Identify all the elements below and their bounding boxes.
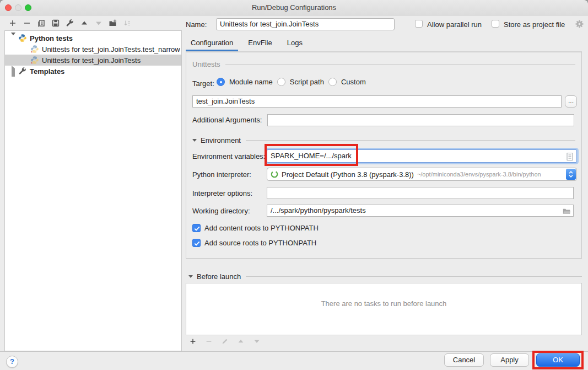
- tree-item-templates[interactable]: Templates: [5, 66, 181, 77]
- target-label: Target:: [192, 79, 214, 88]
- working-directory-label: Working directory:: [192, 207, 250, 215]
- move-up-icon[interactable]: [80, 19, 89, 28]
- source-roots-checkbox[interactable]: [192, 239, 201, 247]
- additional-arguments-label: Additional Arguments:: [192, 116, 262, 124]
- window-title: Run/Debug Configurations: [0, 0, 588, 15]
- configurations-toolbar: [8, 19, 132, 28]
- add-icon[interactable]: [188, 337, 197, 346]
- move-down-icon: [252, 337, 261, 346]
- source-roots-checkbox-row: Add source roots to PYTHONPATH: [192, 239, 316, 247]
- name-input[interactable]: Unittests for test_join.JoinTests: [216, 18, 395, 30]
- working-directory-input[interactable]: /.../spark/python/pyspark/tests: [267, 205, 574, 217]
- tree-item-label: Unittests for test_join.JoinTests.test_n…: [42, 45, 180, 53]
- python-interpreter-label: Python interpreter:: [192, 170, 251, 179]
- add-icon[interactable]: [8, 19, 17, 28]
- ok-button[interactable]: OK: [536, 353, 580, 367]
- tree-item-unittests-test-narrow[interactable]: Unittests for test_join.JoinTests.test_n…: [5, 44, 181, 55]
- collapse-arrow-icon[interactable]: [188, 275, 193, 278]
- tree-item-label: Templates: [30, 67, 64, 76]
- environment-variables-input[interactable]: SPARK_HOME=/.../spark: [267, 149, 577, 163]
- before-launch-label: Before launch: [197, 272, 241, 281]
- copy-icon[interactable]: [37, 19, 46, 28]
- environment-group-label: Environment: [201, 136, 241, 144]
- content-roots-checkbox-row: Add content roots to PYTHONPATH: [192, 224, 319, 232]
- radio-script-path-label: Script path: [290, 78, 324, 86]
- radio-custom-label: Custom: [341, 78, 366, 86]
- python-test-icon: [30, 45, 39, 53]
- tree-item-unittests-jointests-selected[interactable]: Unittests for test_join.JoinTests: [5, 55, 181, 66]
- content-roots-checkbox[interactable]: [192, 224, 201, 232]
- radio-script-path[interactable]: [277, 78, 285, 86]
- environment-group-header[interactable]: Environment: [192, 136, 575, 144]
- tab-envfile[interactable]: EnvFile: [248, 36, 272, 50]
- store-as-project-file-label: Store as project file: [504, 20, 565, 29]
- radio-custom[interactable]: [328, 78, 337, 86]
- python-icon: [18, 34, 27, 42]
- python-interpreter-select[interactable]: Project Default (Python 3.8 (pyspark-3.8…: [267, 168, 577, 181]
- browse-button[interactable]: ...: [565, 95, 577, 108]
- remove-icon: [204, 337, 213, 346]
- environment-variables-label: Environment variables:: [192, 152, 265, 160]
- chevron-down-icon[interactable]: [10, 35, 16, 41]
- sort-alphabetically-icon: [123, 19, 132, 28]
- cancel-button[interactable]: Cancel: [444, 353, 484, 367]
- python-test-icon: [30, 56, 39, 65]
- run-debug-configurations-dialog: Run/Debug Configurations Python tests: [0, 0, 588, 370]
- chevron-right-icon[interactable]: [10, 68, 16, 74]
- before-launch-toolbar: [188, 337, 261, 346]
- tab-configuration[interactable]: Configuration: [191, 36, 233, 50]
- content-roots-label: Add content roots to PYTHONPATH: [204, 224, 319, 232]
- before-launch-header[interactable]: Before launch: [186, 272, 582, 281]
- allow-parallel-run-label: Allow parallel run: [427, 20, 482, 29]
- titlebar: Run/Debug Configurations: [0, 0, 588, 15]
- radio-module-name[interactable]: [217, 78, 225, 86]
- unittests-group-label: Unittests: [192, 60, 220, 68]
- tree-item-label: Python tests: [30, 34, 73, 42]
- radio-module-name-label: Module name: [229, 78, 273, 86]
- tree-item-python-tests[interactable]: Python tests: [5, 33, 181, 44]
- tab-bar: Configuration EnvFile Logs: [191, 36, 303, 50]
- edit-pencil-icon: [220, 337, 229, 346]
- gear-icon[interactable]: [575, 19, 584, 30]
- edit-templates-icon[interactable]: [66, 19, 74, 28]
- store-as-project-file-checkbox[interactable]: [492, 20, 499, 28]
- dropdown-stepper-icon[interactable]: [566, 169, 576, 180]
- browse-variables-icon[interactable]: [566, 152, 574, 165]
- conda-environment-icon: [270, 170, 279, 179]
- target-input[interactable]: test_join.JoinTests: [192, 95, 562, 108]
- move-up-icon: [236, 337, 245, 346]
- additional-arguments-input[interactable]: [267, 114, 574, 126]
- unittests-group-header: Unittests: [192, 60, 575, 68]
- tab-logs[interactable]: Logs: [287, 36, 303, 50]
- before-launch-task-list: There are no tasks to run before launch: [186, 283, 582, 335]
- interpreter-options-input[interactable]: [267, 187, 574, 199]
- new-folder-icon[interactable]: [109, 19, 117, 28]
- move-down-icon: [94, 19, 103, 28]
- interpreter-options-label: Interpreter options:: [192, 189, 252, 197]
- python-interpreter-value: Project Default (Python 3.8 (pyspark-3.8…: [282, 170, 414, 179]
- python-interpreter-path: ~/opt/miniconda3/envs/pyspark-3.8/bin/py…: [417, 171, 541, 178]
- name-label: Name:: [186, 20, 207, 29]
- help-button[interactable]: ?: [6, 356, 18, 368]
- target-radio-group: Module name Script path Custom: [217, 78, 366, 86]
- apply-button[interactable]: Apply: [490, 353, 529, 367]
- folder-icon[interactable]: [562, 207, 571, 217]
- working-directory-value: /.../spark/python/pyspark/tests: [271, 206, 366, 215]
- collapse-arrow-icon[interactable]: [192, 139, 197, 142]
- tree-item-label: Unittests for test_join.JoinTests: [42, 56, 141, 65]
- save-configuration-icon[interactable]: [51, 19, 60, 28]
- before-launch-empty-text: There are no tasks to run before launch: [321, 299, 447, 308]
- configuration-panel: Unittests Target: Module name Script pat…: [186, 52, 582, 259]
- environment-variables-value: SPARK_HOME=/.../spark: [271, 152, 352, 160]
- source-roots-label: Add source roots to PYTHONPATH: [204, 239, 316, 247]
- configurations-tree: Python tests Unittests for test_join.Joi…: [4, 30, 182, 351]
- bottom-divider: [0, 351, 588, 352]
- remove-icon[interactable]: [23, 19, 31, 28]
- wrench-icon: [18, 67, 27, 76]
- allow-parallel-run-checkbox[interactable]: [415, 20, 423, 28]
